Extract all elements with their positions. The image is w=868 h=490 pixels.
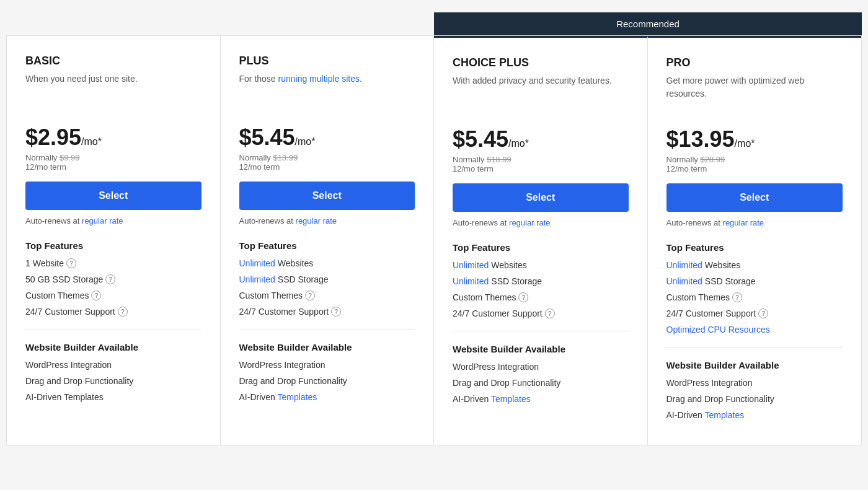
builder-item-basic-2: AI-Driven Templates xyxy=(25,392,202,402)
builder-item-basic-1: Drag and Drop Functionality xyxy=(25,376,202,386)
plan-name-basic: BASIC xyxy=(25,55,202,68)
features-title-basic: Top Features xyxy=(25,240,202,251)
builder-templates-link-pro[interactable]: Templates xyxy=(704,410,744,420)
auto-renew-basic: Auto-renews at regular rate xyxy=(25,216,202,225)
builder-templates-link-choice-plus[interactable]: Templates xyxy=(491,394,531,404)
section-divider-pro xyxy=(666,347,843,348)
builder-item-plus-0: WordPress Integration xyxy=(239,360,415,370)
builder-title-plus: Website Builder Available xyxy=(239,342,415,352)
feature-text-pro-2: Custom Themes xyxy=(666,292,730,302)
plans-grid: BASICWhen you need just one site.$2.95/m… xyxy=(6,35,862,445)
price-block-basic: $2.95/mo* xyxy=(25,125,202,151)
price-strike-pro: $28.99 xyxy=(700,155,725,164)
select-button-pro[interactable]: Select xyxy=(666,183,843,212)
section-divider-plus xyxy=(239,329,415,330)
plan-name-choice-plus: CHOICE PLUS xyxy=(453,56,629,69)
plan-col-plus: PLUSFor those running multiple sites.$5.… xyxy=(221,36,435,445)
feature-item-choice-plus-3: 24/7 Customer Support? xyxy=(453,308,629,318)
price-strike-basic: $9.99 xyxy=(60,153,80,162)
section-divider-basic xyxy=(25,329,202,330)
feature-text-choice-plus-2: Custom Themes xyxy=(453,292,516,302)
price-per-mo: /mo* xyxy=(81,136,102,147)
price-normally-basic: Normally $9.99 xyxy=(25,153,202,162)
regular-rate-link-plus[interactable]: regular rate xyxy=(296,216,337,225)
feature-link-pro-0[interactable]: Unlimited xyxy=(666,260,702,270)
info-icon-basic-0: ? xyxy=(66,258,76,268)
section-divider-choice-plus xyxy=(453,331,629,331)
plan-desc-plus: For those running multiple sites. xyxy=(239,72,415,110)
auto-renew-pro: Auto-renews at regular rate xyxy=(666,218,843,227)
price-term-plus: 12/mo term xyxy=(239,162,415,172)
feature-item-pro-0: Unlimited Websites xyxy=(666,260,843,270)
feature-link-plus-0[interactable]: Unlimited xyxy=(239,258,275,268)
feature-link-plus-1[interactable]: Unlimited xyxy=(239,274,275,284)
feature-text-basic-2: Custom Themes xyxy=(25,291,89,300)
price-strike-plus: $13.99 xyxy=(273,153,298,162)
banner-row: Recommended xyxy=(6,12,862,35)
plan-desc-pro: Get more power with optimized web resour… xyxy=(666,74,843,112)
feature-text-plus-3: 24/7 Customer Support xyxy=(239,307,329,317)
feature-item-plus-0: Unlimited Websites xyxy=(239,258,415,268)
feature-text-basic-1: 50 GB SSD Storage xyxy=(25,274,103,284)
select-button-basic[interactable]: Select xyxy=(25,182,202,210)
price-per-mo: /mo* xyxy=(735,138,755,149)
info-icon-pro-3: ? xyxy=(758,308,768,318)
feature-item-basic-3: 24/7 Customer Support? xyxy=(25,307,202,317)
select-button-choice-plus[interactable]: Select xyxy=(453,183,629,212)
regular-rate-link-choice-plus[interactable]: regular rate xyxy=(509,218,550,227)
feature-item-basic-2: Custom Themes? xyxy=(25,291,202,300)
builder-title-basic: Website Builder Available xyxy=(25,342,202,352)
builder-item-pro-1: Drag and Drop Functionality xyxy=(666,394,843,404)
plan-name-plus: PLUS xyxy=(239,55,415,68)
price-normally-pro: Normally $28.99 xyxy=(666,155,843,164)
feature-item-basic-1: 50 GB SSD Storage? xyxy=(25,274,202,284)
recommended-banner: Recommended xyxy=(434,12,862,35)
plan-desc-link-plus[interactable]: running multiple sites. xyxy=(278,74,362,84)
price-block-choice-plus: $5.45/mo* xyxy=(453,126,629,152)
auto-renew-plus: Auto-renews at regular rate xyxy=(239,216,415,225)
feature-link-choice-plus-0[interactable]: Unlimited xyxy=(453,260,489,270)
features-title-choice-plus: Top Features xyxy=(453,242,629,253)
price-term-basic: 12/mo term xyxy=(25,162,202,172)
feature-text-basic-0: 1 Website xyxy=(25,258,64,268)
price-normally-plus: Normally $13.99 xyxy=(239,153,415,162)
plan-desc-choice-plus: With added privacy and security features… xyxy=(453,74,629,112)
plan-col-choice-plus: CHOICE PLUSWith added privacy and securi… xyxy=(434,36,648,445)
builder-item-plus-1: Drag and Drop Functionality xyxy=(239,376,415,386)
feature-link-choice-plus-1[interactable]: Unlimited xyxy=(453,276,489,286)
builder-templates-link-plus[interactable]: Templates xyxy=(277,392,317,402)
info-icon-basic-1: ? xyxy=(105,274,115,284)
plan-col-basic: BASICWhen you need just one site.$2.95/m… xyxy=(7,36,221,445)
feature-text-basic-3: 24/7 Customer Support xyxy=(25,307,115,317)
feature-item-pro-3: 24/7 Customer Support? xyxy=(666,308,843,318)
info-icon-pro-2: ? xyxy=(732,292,742,302)
feature-link-pro-4[interactable]: Optimized CPU Resources xyxy=(666,325,770,335)
plan-desc-basic: When you need just one site. xyxy=(25,72,202,110)
auto-renew-choice-plus: Auto-renews at regular rate xyxy=(453,218,629,227)
feature-item-choice-plus-2: Custom Themes? xyxy=(453,292,629,302)
feature-link-pro-1[interactable]: Unlimited xyxy=(666,276,702,286)
builder-title-pro: Website Builder Available xyxy=(666,360,843,370)
builder-item-choice-plus-2: AI-Driven Templates xyxy=(453,394,629,404)
builder-item-choice-plus-0: WordPress Integration xyxy=(453,362,629,372)
price-main-pro: $13.95/mo* xyxy=(666,126,843,152)
info-icon-basic-3: ? xyxy=(118,307,128,317)
features-title-pro: Top Features xyxy=(666,242,843,253)
banner-empty-2 xyxy=(220,12,434,35)
info-icon-choice-plus-2: ? xyxy=(518,292,528,302)
builder-title-choice-plus: Website Builder Available xyxy=(453,344,629,354)
regular-rate-link-pro[interactable]: regular rate xyxy=(723,218,764,227)
plan-name-pro: PRO xyxy=(666,56,843,69)
feature-item-pro-4: Optimized CPU Resources xyxy=(666,325,843,335)
features-title-plus: Top Features xyxy=(239,240,415,251)
feature-item-pro-1: Unlimited SSD Storage xyxy=(666,276,843,286)
builder-item-plus-2: AI-Driven Templates xyxy=(239,392,415,402)
price-per-mo: /mo* xyxy=(508,138,529,149)
select-button-plus[interactable]: Select xyxy=(239,182,415,210)
regular-rate-link-basic[interactable]: regular rate xyxy=(82,216,123,225)
info-icon-plus-3: ? xyxy=(331,307,341,317)
feature-item-plus-1: Unlimited SSD Storage xyxy=(239,274,415,284)
feature-item-choice-plus-1: Unlimited SSD Storage xyxy=(453,276,629,286)
price-term-pro: 12/mo term xyxy=(666,164,843,173)
feature-item-choice-plus-0: Unlimited Websites xyxy=(453,260,629,270)
